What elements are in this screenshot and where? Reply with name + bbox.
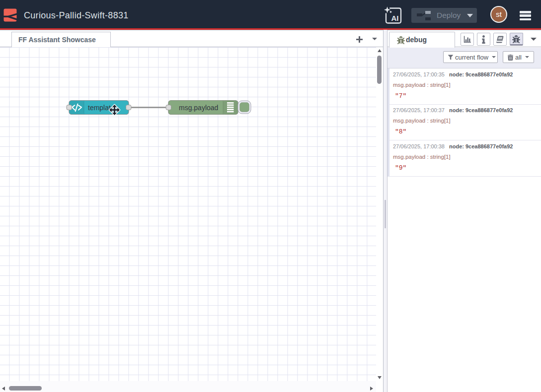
svg-text:AI: AI	[391, 14, 399, 22]
svg-text:msg.payload: msg.payload	[179, 104, 218, 112]
